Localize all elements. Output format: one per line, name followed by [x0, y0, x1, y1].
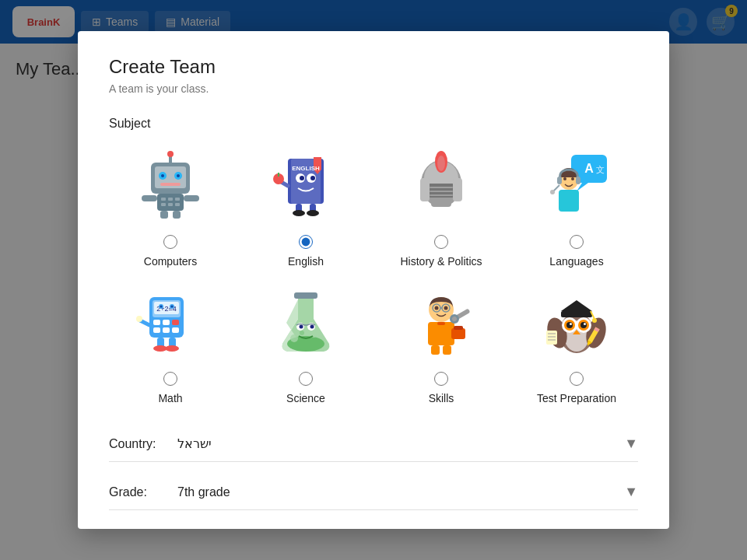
languages-icon: A 文 — [534, 143, 619, 229]
subject-languages[interactable]: A 文 — [515, 143, 638, 268]
svg-rect-18 — [168, 203, 173, 206]
test-prep-radio[interactable] — [570, 372, 584, 386]
svg-point-31 — [293, 210, 305, 216]
svg-rect-64 — [163, 320, 170, 325]
svg-point-72 — [171, 306, 174, 308]
svg-point-87 — [310, 325, 314, 329]
svg-rect-41 — [430, 194, 453, 196]
svg-rect-67 — [163, 327, 170, 333]
subject-grid: Computers — [109, 143, 638, 404]
svg-text:ENGLISH: ENGLISH — [292, 165, 320, 172]
subject-test-prep[interactable]: Test Preparation — [515, 280, 638, 404]
skills-icon — [398, 280, 484, 366]
svg-point-86 — [300, 325, 303, 329]
math-radio-row — [163, 372, 177, 386]
history-icon — [398, 143, 484, 229]
svg-line-73 — [140, 320, 149, 325]
grade-field-row[interactable]: Grade: 7th grade ▼ — [109, 474, 638, 510]
svg-point-78 — [165, 345, 179, 352]
subject-skills[interactable]: Skills — [380, 280, 503, 404]
svg-point-43 — [437, 156, 445, 171]
svg-point-71 — [160, 306, 163, 308]
science-radio[interactable] — [299, 372, 313, 386]
english-icon: ENGLISH — [263, 143, 349, 229]
skills-radio-row — [434, 372, 448, 386]
modal-overlay: Create Team A team is your class. Subjec… — [0, 0, 747, 560]
computers-radio[interactable] — [163, 235, 177, 249]
svg-point-5 — [177, 174, 180, 177]
svg-rect-14 — [161, 198, 166, 201]
languages-label: Languages — [549, 255, 603, 268]
svg-rect-9 — [157, 194, 184, 211]
svg-point-80 — [290, 334, 298, 342]
country-value: ישראל — [177, 436, 618, 451]
svg-rect-56 — [576, 177, 580, 184]
country-field-row[interactable]: Country: ישראל ▼ — [109, 426, 638, 462]
svg-rect-55 — [557, 177, 562, 184]
subject-section-label: Subject — [109, 117, 638, 131]
svg-rect-44 — [431, 198, 451, 207]
svg-rect-121 — [546, 331, 557, 345]
svg-marker-118 — [561, 300, 592, 311]
history-label: History & Politics — [400, 255, 482, 268]
svg-point-8 — [167, 151, 174, 157]
subject-science[interactable]: Science — [244, 280, 367, 404]
computers-radio-row — [163, 235, 177, 249]
svg-rect-65 — [172, 320, 179, 325]
svg-point-74 — [136, 316, 142, 322]
svg-rect-13 — [173, 211, 181, 219]
skills-radio[interactable] — [434, 372, 448, 386]
svg-point-4 — [161, 174, 164, 177]
svg-line-57 — [553, 185, 559, 191]
modal-subtitle: A team is your class. — [109, 82, 638, 95]
svg-point-52 — [563, 177, 566, 180]
svg-rect-96 — [437, 322, 445, 325]
svg-rect-45 — [420, 178, 430, 201]
grade-label: Grade: — [109, 485, 171, 499]
svg-point-32 — [307, 210, 319, 216]
test-prep-radio-row — [570, 372, 584, 386]
subject-history[interactable]: History & Politics — [380, 143, 503, 268]
svg-rect-11 — [184, 195, 199, 201]
svg-rect-40 — [430, 191, 453, 192]
svg-rect-39 — [430, 187, 453, 188]
science-label: Science — [286, 392, 325, 404]
svg-point-26 — [300, 176, 304, 180]
grade-value: 7th grade — [177, 485, 618, 499]
svg-rect-103 — [443, 345, 451, 355]
svg-rect-102 — [431, 345, 440, 355]
subject-english[interactable]: ENGLISH — [244, 143, 367, 268]
svg-rect-63 — [153, 320, 160, 325]
subject-math[interactable]: 2+2=4 — [109, 280, 232, 404]
math-radio[interactable] — [163, 372, 177, 386]
test-prep-icon — [534, 280, 619, 366]
english-radio[interactable] — [299, 235, 313, 249]
svg-rect-17 — [161, 203, 166, 206]
svg-rect-95 — [428, 322, 454, 345]
svg-point-27 — [310, 176, 315, 180]
subject-computers[interactable]: Computers — [109, 143, 232, 268]
svg-point-115 — [584, 323, 586, 325]
svg-rect-6 — [160, 183, 181, 186]
action-buttons-row: Create Team Cancel — [109, 523, 638, 529]
computers-label: Computers — [144, 255, 197, 268]
history-radio[interactable] — [434, 235, 448, 249]
svg-point-82 — [300, 331, 304, 335]
create-team-modal: Create Team A team is your class. Subjec… — [78, 31, 669, 529]
modal-title: Create Team — [109, 56, 638, 78]
svg-point-91 — [444, 306, 448, 310]
languages-radio[interactable] — [570, 235, 584, 249]
svg-point-113 — [580, 322, 587, 328]
english-label: English — [288, 255, 324, 268]
english-radio-row — [299, 235, 313, 249]
languages-radio-row — [570, 235, 584, 249]
test-prep-label: Test Preparation — [537, 392, 616, 404]
svg-rect-19 — [175, 203, 180, 206]
skills-label: Skills — [429, 392, 454, 404]
svg-rect-46 — [453, 178, 462, 201]
country-dropdown-arrow: ▼ — [624, 436, 638, 452]
svg-point-120 — [592, 318, 597, 323]
history-radio-row — [434, 235, 448, 249]
math-icon: 2+2=4 — [128, 280, 213, 366]
svg-rect-97 — [451, 328, 465, 339]
